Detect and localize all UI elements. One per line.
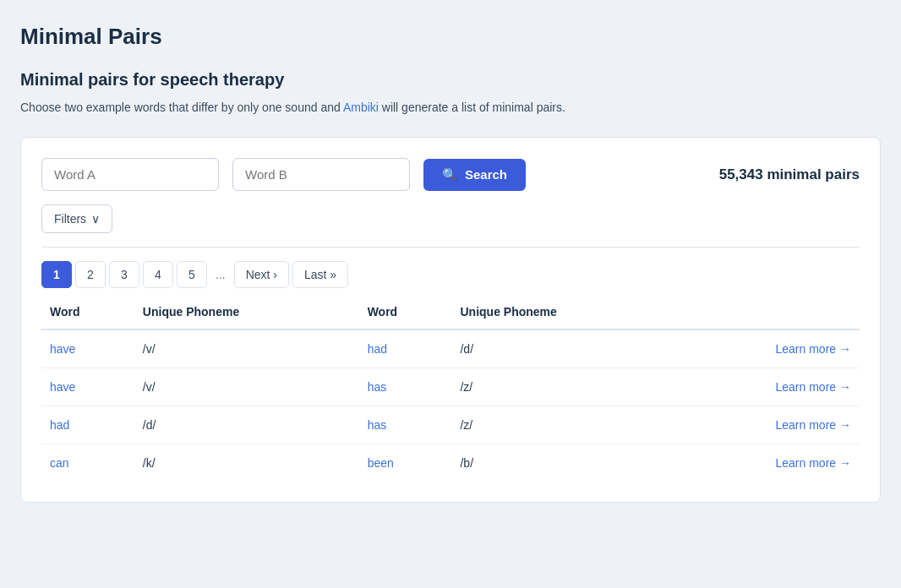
page-btn-4[interactable]: 4	[143, 261, 173, 288]
table-row: have /v/ had /d/ Learn more →	[41, 329, 860, 368]
table-header-row: Word Unique Phoneme Word Unique Phoneme	[41, 295, 860, 329]
word-a-link-1[interactable]: have	[50, 380, 75, 394]
cell-phoneme-a-1: /v/	[134, 368, 359, 406]
search-row: 🔍 Search 55,343 minimal pairs	[41, 158, 860, 191]
page-btn-2[interactable]: 2	[75, 261, 106, 288]
word-b-link-2[interactable]: has	[368, 418, 387, 432]
col-phoneme-b: Unique Phoneme	[451, 295, 676, 329]
cell-phoneme-b-2: /z/	[451, 406, 676, 444]
col-word-b: Word	[359, 295, 452, 329]
search-button-label: Search	[465, 167, 507, 182]
col-phoneme-a: Unique Phoneme	[134, 295, 359, 329]
next-page-button[interactable]: Next ›	[234, 261, 289, 288]
cell-action-0: Learn more →	[676, 329, 860, 368]
last-page-button[interactable]: Last »	[292, 261, 348, 288]
col-word-a: Word	[41, 295, 134, 329]
pagination: 1 2 3 4 5 ... Next › Last »	[41, 261, 860, 288]
pagination-dots: ...	[210, 262, 231, 287]
cell-phoneme-a-0: /v/	[134, 329, 359, 368]
table-row: had /d/ has /z/ Learn more →	[41, 406, 860, 444]
cell-action-1: Learn more →	[676, 368, 860, 406]
learn-more-link-2[interactable]: Learn more →	[685, 418, 851, 432]
cell-action-3: Learn more →	[676, 444, 860, 482]
cell-word-b-2: has	[359, 406, 452, 444]
word-a-link-3[interactable]: can	[50, 456, 69, 470]
minimal-pairs-table: Word Unique Phoneme Word Unique Phoneme …	[41, 295, 860, 482]
word-b-link-0[interactable]: had	[368, 342, 387, 356]
cell-word-b-1: has	[359, 368, 452, 406]
ambiki-link[interactable]: Ambiki	[343, 101, 379, 114]
word-b-input[interactable]	[232, 158, 410, 191]
filters-row: Filters ∨	[41, 204, 860, 233]
table-row: have /v/ has /z/ Learn more →	[41, 368, 860, 406]
page-btn-5[interactable]: 5	[177, 261, 207, 288]
filters-button[interactable]: Filters ∨	[41, 204, 112, 233]
table-row: can /k/ been /b/ Learn more →	[41, 444, 860, 482]
cell-phoneme-b-0: /d/	[451, 329, 676, 368]
cell-word-b-3: been	[359, 444, 452, 482]
learn-more-link-1[interactable]: Learn more →	[685, 380, 851, 394]
cell-phoneme-b-3: /b/	[451, 444, 676, 482]
col-action	[676, 295, 860, 329]
main-card: 🔍 Search 55,343 minimal pairs Filters ∨ …	[20, 137, 881, 503]
cell-word-a-1: have	[41, 368, 134, 406]
word-b-link-3[interactable]: been	[368, 456, 394, 470]
learn-more-link-3[interactable]: Learn more →	[685, 456, 851, 470]
cell-word-a-2: had	[41, 406, 134, 444]
divider	[41, 247, 860, 248]
page-title: Minimal Pairs	[20, 24, 881, 50]
page-subtitle: Minimal pairs for speech therapy	[20, 70, 881, 90]
learn-more-link-0[interactable]: Learn more →	[685, 342, 851, 356]
search-icon: 🔍	[442, 167, 458, 182]
cell-phoneme-a-3: /k/	[134, 444, 359, 482]
word-a-link-2[interactable]: had	[50, 418, 69, 432]
page-btn-3[interactable]: 3	[109, 261, 139, 288]
page-btn-1[interactable]: 1	[41, 261, 72, 288]
page-description: Choose two example words that differ by …	[20, 98, 663, 117]
cell-phoneme-a-2: /d/	[134, 406, 359, 444]
filters-label: Filters	[54, 212, 86, 226]
cell-word-b-0: had	[359, 329, 452, 368]
cell-word-a-0: have	[41, 329, 134, 368]
word-a-link-0[interactable]: have	[50, 342, 75, 356]
word-a-input[interactable]	[41, 158, 219, 191]
cell-word-a-3: can	[41, 444, 134, 482]
cell-phoneme-b-1: /z/	[451, 368, 676, 406]
chevron-down-icon: ∨	[91, 212, 100, 226]
search-button[interactable]: 🔍 Search	[423, 159, 526, 191]
word-b-link-1[interactable]: has	[368, 380, 387, 394]
cell-action-2: Learn more →	[676, 406, 860, 444]
pairs-count: 55,343 minimal pairs	[719, 166, 860, 183]
